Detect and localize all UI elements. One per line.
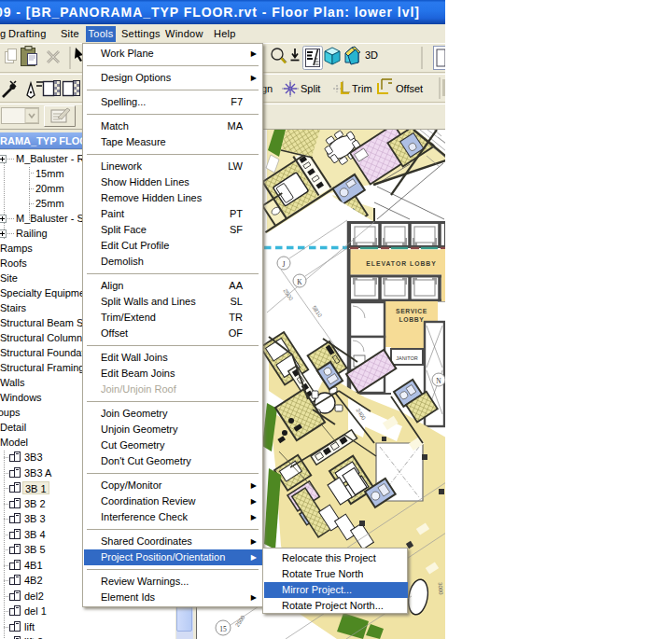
svg-text:J: J [283,260,286,269]
svg-text:15: 15 [219,625,227,633]
svg-text:Trim: Trim [352,83,372,94]
svg-text:Split: Split [301,83,320,94]
svg-text:3D: 3D [365,49,378,61]
svg-text:3000: 3000 [437,582,443,595]
svg-text:LOBBY: LOBBY [399,316,425,323]
svg-text:JANITOR: JANITOR [396,355,417,361]
svg-text:K: K [297,278,302,286]
svg-text:SERVICE: SERVICE [396,308,427,314]
svg-text:ELEVATOR LOBBY: ELEVATOR LOBBY [366,260,437,267]
svg-text:N: N [436,377,441,385]
svg-text:Offset: Offset [396,83,423,94]
